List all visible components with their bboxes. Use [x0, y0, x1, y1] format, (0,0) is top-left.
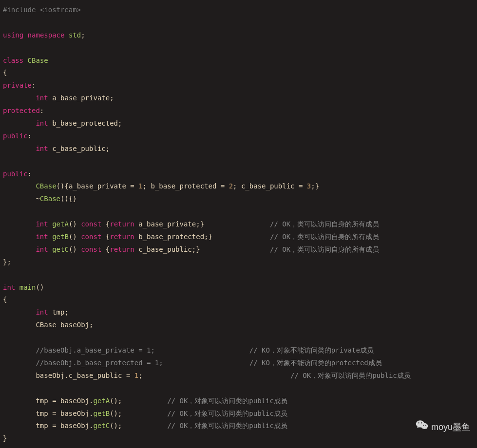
token-kw: const — [81, 245, 101, 253]
token-pl — [3, 359, 36, 367]
token-pl: a_base_private — [48, 94, 110, 102]
code-line: using namespace std; — [3, 31, 85, 39]
code-line: int tmp; — [3, 308, 69, 316]
code-line: CBase baseObj; — [3, 321, 93, 329]
token-pl — [101, 220, 105, 228]
token-pl — [48, 233, 52, 241]
token-pl — [48, 220, 52, 228]
code-line: //baseObj.a_base_private = 1; // KO，对象不能… — [3, 346, 374, 354]
token-pl — [122, 422, 167, 429]
token-pl — [23, 56, 27, 64]
token-pun: = — [130, 182, 138, 190]
token-pun: : — [28, 170, 32, 178]
token-kw: int — [36, 145, 48, 152]
token-num: 3 — [307, 182, 311, 190]
token-cmt: // OK，类可以访问自身的所有成员 — [270, 220, 379, 228]
code-line: tmp = baseObj.getA(); // OK，对象可以访问类的publ… — [3, 397, 287, 405]
token-pun: ;} — [192, 245, 200, 253]
token-pun: (); — [110, 397, 122, 405]
token-kw: using — [3, 31, 23, 39]
code-line: { — [3, 69, 7, 76]
code-line: tmp = baseObj.getC(); // OK，对象可以访问类的publ… — [3, 422, 287, 429]
svg-point-1 — [421, 423, 428, 429]
token-cmt: // OK，对象可以访问类的public成员 — [167, 397, 287, 405]
token-pl — [122, 397, 167, 405]
token-pun: } — [3, 434, 7, 442]
token-pun: ;} — [204, 233, 212, 241]
token-pun: { — [3, 296, 7, 303]
token-kw: int — [36, 233, 48, 241]
token-pp: #include <iostream> — [3, 6, 81, 14]
token-pl: baseObj. — [60, 397, 93, 405]
token-pl — [3, 94, 36, 102]
token-pl: tmp — [3, 422, 52, 429]
token-pl: c_base_public — [134, 245, 192, 253]
token-pun: (); — [110, 422, 122, 429]
code-line: int main() — [3, 283, 44, 291]
code-line: baseObj.c_base_public = 1; // OK，对象可以访问类… — [3, 372, 411, 379]
token-pl — [64, 31, 68, 39]
token-kw: return — [110, 233, 134, 241]
token-pl — [212, 233, 270, 241]
code-line: private: — [3, 81, 36, 89]
token-pun: ; — [233, 182, 241, 190]
token-kw: int — [3, 283, 15, 291]
token-pl — [204, 220, 270, 228]
token-func: CBase — [40, 195, 60, 203]
token-pun: ; — [110, 94, 114, 102]
token-pun: { — [106, 233, 110, 241]
token-pl — [15, 283, 19, 291]
token-pun: }; — [3, 258, 11, 266]
token-pl: b_base_protected — [134, 233, 204, 241]
token-pun: ; — [138, 372, 142, 379]
token-pun: () — [69, 245, 81, 253]
token-num: 1 — [138, 182, 142, 190]
token-func: CBase — [36, 182, 56, 190]
token-pl — [3, 220, 36, 228]
token-pl: baseObj.c_base_public — [3, 372, 126, 379]
token-pun: { — [106, 245, 110, 253]
token-kw: int — [36, 220, 48, 228]
token-pun: ;} — [196, 220, 204, 228]
code-line: } — [3, 434, 7, 442]
svg-point-5 — [425, 425, 426, 426]
code-line: }; — [3, 258, 11, 266]
token-pl: b_base_protected — [151, 182, 220, 190]
token-pl — [101, 233, 105, 241]
code-line: ~CBase(){} — [3, 195, 77, 203]
code-line: //baseObj.b_base_protected = 1; // KO，对象… — [3, 359, 382, 367]
token-func: getB — [93, 410, 110, 417]
code-line: CBase(){a_base_private = 1; b_base_prote… — [3, 182, 319, 190]
token-pun: ; — [89, 321, 93, 329]
token-kw: return — [110, 245, 134, 253]
token-pl — [3, 145, 36, 152]
token-pun: = — [126, 372, 134, 379]
token-pun: ;} — [311, 182, 319, 190]
token-func: main — [19, 283, 36, 291]
token-func: std — [69, 31, 81, 39]
token-pun: ; — [143, 182, 151, 190]
token-pun: { — [3, 69, 7, 76]
token-kw: private — [3, 81, 32, 89]
token-pun: (){} — [60, 195, 77, 203]
token-pl: baseObj. — [60, 422, 93, 429]
code-line: int getA() const {return a_base_private;… — [3, 220, 379, 228]
code-line: public: — [3, 132, 32, 140]
token-pl: tmp — [3, 410, 52, 417]
svg-point-2 — [418, 422, 419, 423]
token-pl — [3, 233, 36, 241]
token-pun: = — [52, 422, 60, 429]
token-cmt: // OK，类可以访问自身的所有成员 — [270, 233, 379, 241]
token-pl: c_base_public — [48, 145, 106, 152]
code-line: #include <iostream> — [3, 6, 81, 14]
token-pl — [3, 182, 36, 190]
code-line: int getB() const {return b_base_protecte… — [3, 233, 379, 241]
token-cmt: // OK，对象可以访问类的public成员 — [167, 422, 287, 429]
token-pl — [3, 245, 36, 253]
token-func: CBase — [28, 56, 48, 64]
token-cmt: // OK，类可以访问自身的所有成员 — [270, 245, 379, 253]
token-pl — [3, 119, 36, 127]
token-pun: = — [221, 182, 229, 190]
code-line: public: — [3, 170, 32, 178]
token-cmt: // OK，对象可以访问类的public成员 — [167, 410, 287, 417]
